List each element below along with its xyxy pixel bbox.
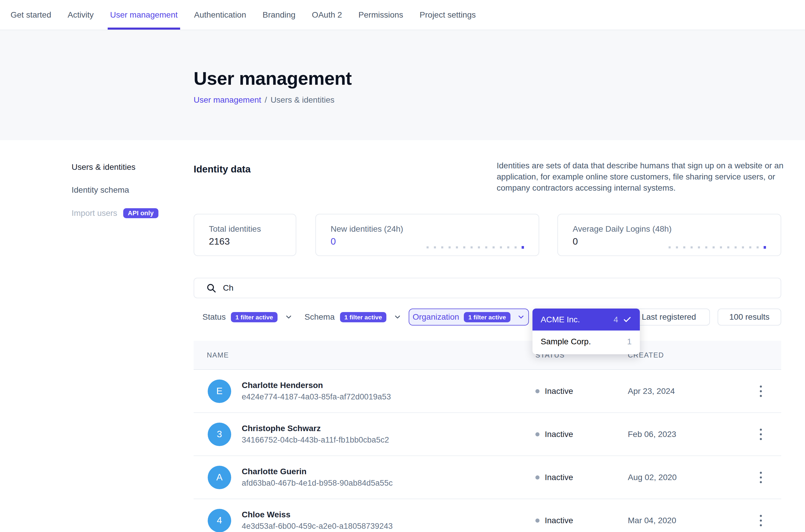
sparkline-chart bbox=[427, 246, 524, 248]
avatar: 3 bbox=[208, 423, 231, 446]
status-badge: Inactive bbox=[545, 516, 573, 525]
page-title: User management bbox=[194, 68, 352, 89]
table-header-row: NAME STATUS CREATED bbox=[194, 341, 781, 370]
sparkline-chart bbox=[669, 246, 766, 248]
stat-value: 0 bbox=[573, 236, 578, 247]
status-badge: Inactive bbox=[545, 386, 573, 396]
status-badge: Inactive bbox=[545, 473, 573, 482]
stat-label: Average Daily Logins (48h) bbox=[573, 224, 672, 234]
search-input[interactable] bbox=[223, 283, 775, 293]
kebab-menu-icon[interactable] bbox=[758, 513, 764, 528]
results-select-label: 100 results bbox=[729, 312, 769, 322]
user-management-screen: Get started Activity User management Aut… bbox=[0, 0, 805, 532]
name-cell: 4 Chloe Weiss 4e3d53af-6b00-459c-a2e0-a1… bbox=[194, 509, 536, 532]
sidebar-item-identity-schema[interactable]: Identity schema bbox=[72, 185, 183, 195]
breadcrumb-link-user-management[interactable]: User management bbox=[194, 95, 261, 105]
tab-permissions[interactable]: Permissions bbox=[356, 0, 406, 30]
tab-activity[interactable]: Activity bbox=[65, 0, 96, 30]
sidebar: Users & identities Identity schema Impor… bbox=[72, 163, 183, 232]
identity-name: Christophe Schwarz bbox=[242, 424, 389, 433]
filter-status[interactable]: Status 1 filter active bbox=[202, 308, 293, 325]
option-count: 4 bbox=[614, 315, 618, 324]
identity-name: Chloe Weiss bbox=[242, 510, 393, 519]
tab-authentication[interactable]: Authentication bbox=[192, 0, 248, 30]
table-row[interactable]: A Charlotte Guerin afd63ba0-467b-4e1d-b9… bbox=[194, 456, 781, 499]
filter-label: Schema bbox=[304, 312, 335, 322]
status-cell: Inactive bbox=[536, 430, 628, 439]
check-icon bbox=[623, 315, 632, 324]
status-badge: Inactive bbox=[545, 430, 573, 439]
identity-id: 34166752-04cb-443b-a11f-fb1bb0cba5c2 bbox=[242, 436, 389, 444]
section-description: Identities are sets of data that describ… bbox=[497, 160, 786, 193]
table-row[interactable]: 4 Chloe Weiss 4e3d53af-6b00-459c-a2e0-a1… bbox=[194, 499, 781, 532]
avatar: A bbox=[208, 466, 231, 489]
name-cell: A Charlotte Guerin afd63ba0-467b-4e1d-b9… bbox=[194, 466, 536, 489]
api-only-badge: API only bbox=[123, 208, 158, 218]
chevron-down-icon bbox=[517, 313, 525, 321]
status-cell: Inactive bbox=[536, 516, 628, 525]
sort-select-label: Last registered bbox=[642, 312, 696, 322]
status-dot-icon bbox=[536, 389, 540, 393]
stat-value: 2163 bbox=[209, 236, 230, 247]
identity-name: Charlotte Guerin bbox=[242, 467, 393, 476]
kebab-menu-icon[interactable] bbox=[758, 470, 764, 485]
avatar: E bbox=[208, 380, 231, 403]
sidebar-item-label: Users & identities bbox=[72, 163, 135, 172]
filter-active-badge: 1 filter active bbox=[464, 312, 510, 322]
filter-label: Organization bbox=[412, 312, 459, 322]
identity-id: e424e774-4187-4a03-85fa-af72d0019a53 bbox=[242, 393, 391, 401]
column-header-name: NAME bbox=[194, 351, 536, 359]
dropdown-option-acme[interactable]: ACME Inc. 4 bbox=[532, 308, 640, 330]
filter-active-badge: 1 filter active bbox=[231, 312, 277, 322]
filter-organization[interactable]: Organization 1 filter active bbox=[409, 308, 529, 325]
stat-label: New identities (24h) bbox=[331, 224, 403, 234]
organization-dropdown-menu: ACME Inc. 4 Sample Corp. 1 bbox=[532, 308, 640, 354]
option-count: 1 bbox=[627, 337, 632, 346]
tab-user-management[interactable]: User management bbox=[108, 0, 180, 30]
name-cell: E Charlotte Henderson e424e774-4187-4a03… bbox=[194, 380, 536, 403]
option-name: ACME Inc. bbox=[541, 315, 614, 324]
section-title: Identity data bbox=[194, 164, 250, 175]
dropdown-option-sample-corp[interactable]: Sample Corp. 1 bbox=[532, 330, 640, 353]
sort-select-last-registered[interactable]: Last registered bbox=[628, 308, 710, 325]
status-cell: Inactive bbox=[536, 473, 628, 482]
status-dot-icon bbox=[536, 475, 540, 479]
avatar: 4 bbox=[208, 509, 231, 532]
stat-value: 0 bbox=[331, 236, 336, 247]
chevron-down-icon bbox=[393, 313, 401, 321]
table-row[interactable]: E Charlotte Henderson e424e774-4187-4a03… bbox=[194, 370, 781, 413]
stat-card-total-identities: Total identities 2163 bbox=[194, 214, 296, 256]
tab-get-started[interactable]: Get started bbox=[8, 0, 54, 30]
breadcrumb: User management / Users & identities bbox=[194, 95, 334, 105]
top-nav: Get started Activity User management Aut… bbox=[0, 0, 805, 30]
chevron-down-icon bbox=[284, 313, 293, 321]
kebab-menu-icon[interactable] bbox=[758, 427, 764, 442]
stat-card-average-daily-logins: Average Daily Logins (48h) 0 bbox=[557, 214, 781, 256]
table-row[interactable]: 3 Christophe Schwarz 34166752-04cb-443b-… bbox=[194, 413, 781, 456]
option-name: Sample Corp. bbox=[541, 337, 627, 346]
filter-label: Status bbox=[202, 312, 226, 322]
tab-project-settings[interactable]: Project settings bbox=[417, 0, 478, 30]
filter-active-badge: 1 filter active bbox=[340, 312, 386, 322]
stat-card-new-identities: New identities (24h) 0 bbox=[315, 214, 539, 256]
status-cell: Inactive bbox=[536, 386, 628, 396]
tab-branding[interactable]: Branding bbox=[260, 0, 298, 30]
kebab-menu-icon[interactable] bbox=[758, 384, 764, 399]
identity-name: Charlotte Henderson bbox=[242, 381, 391, 390]
status-dot-icon bbox=[536, 432, 540, 436]
stat-label: Total identities bbox=[209, 224, 261, 234]
tab-oauth2[interactable]: OAuth 2 bbox=[310, 0, 344, 30]
sidebar-item-import-users: Import users API only bbox=[72, 208, 183, 218]
identity-id: 4e3d53af-6b00-459c-a2e0-a18058739243 bbox=[242, 522, 393, 531]
sidebar-item-users-identities[interactable]: Users & identities bbox=[72, 163, 183, 172]
filter-schema[interactable]: Schema 1 filter active bbox=[304, 308, 401, 325]
sidebar-item-label: Import users bbox=[72, 209, 117, 218]
results-per-page-select[interactable]: 100 results bbox=[717, 308, 781, 325]
page-header: User management User management / Users … bbox=[0, 30, 805, 140]
breadcrumb-current: Users & identities bbox=[270, 95, 334, 105]
search-icon bbox=[206, 283, 217, 293]
identities-table: NAME STATUS CREATED E Charlotte Henderso… bbox=[194, 341, 781, 532]
status-dot-icon bbox=[536, 518, 540, 522]
sidebar-item-label: Identity schema bbox=[72, 185, 129, 195]
breadcrumb-separator: / bbox=[265, 95, 267, 105]
